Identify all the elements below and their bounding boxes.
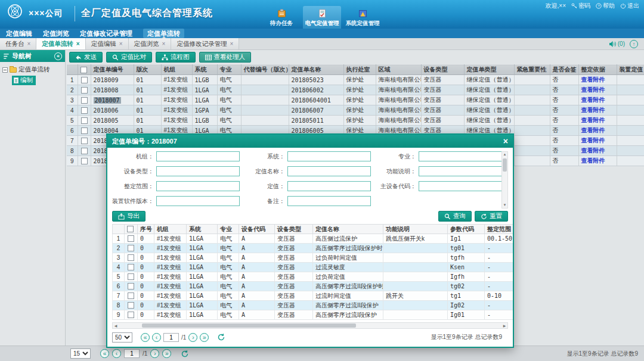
page-number-input[interactable] <box>163 333 179 342</box>
row-checkbox[interactable] <box>128 254 134 261</box>
attachment-link[interactable]: 查看附件 <box>581 117 605 123</box>
sidebar-collapse-icon[interactable]: « <box>54 52 62 60</box>
attachment-link[interactable]: 查看附件 <box>581 76 605 83</box>
column-header[interactable]: 是否会签 <box>550 65 578 75</box>
attachment-link[interactable]: 查看附件 <box>581 157 605 164</box>
column-header[interactable]: 定值单编号 <box>91 65 134 75</box>
table-row[interactable]: 5201800501#1发变组1LGB电气201805011保护处海南核电有限公… <box>67 116 644 126</box>
column-header[interactable]: 系统 <box>187 225 218 234</box>
table-row[interactable]: 4201800601#1发变组1GPA电气201806007保护处海南核电有限公… <box>67 105 644 116</box>
compare-button[interactable]: 定值比对 <box>106 52 152 63</box>
form-vertical-scrollbar[interactable]: ▲ ▼ <box>501 151 508 208</box>
select-all-checkbox[interactable] <box>127 226 134 232</box>
tab-close-icon[interactable]: × <box>76 41 80 47</box>
header-top-tab[interactable]: 待办任务 <box>262 6 301 29</box>
field-input[interactable] <box>156 166 240 176</box>
attachment-link[interactable]: 查看附件 <box>581 147 605 154</box>
table-row[interactable]: 60#1发变组1LGA电气A变压器高压侧零序过流II段保护时间tg02- <box>113 282 513 291</box>
tree-node-child[interactable]: 编制 <box>12 76 36 85</box>
page-tab[interactable]: 任务台× <box>0 38 36 49</box>
attachment-link[interactable]: 查看附件 <box>581 86 605 93</box>
row-checkbox[interactable] <box>81 77 88 83</box>
column-header[interactable]: 整定依据 <box>578 65 617 75</box>
first-page-button[interactable]: « <box>141 333 150 342</box>
row-checkbox[interactable] <box>81 138 88 144</box>
row-checkbox[interactable] <box>128 264 134 270</box>
page-number-input[interactable] <box>124 349 140 358</box>
column-header[interactable]: 定值名称 <box>313 225 383 234</box>
scrollbar-thumb[interactable] <box>503 158 507 172</box>
page-tab[interactable]: 定值单流转× <box>36 38 85 49</box>
menu-item[interactable]: 定值编辑 <box>6 29 32 38</box>
logout-link[interactable]: 退出 <box>620 2 639 10</box>
scrollbar-thumb[interactable] <box>142 323 357 328</box>
column-header[interactable]: 定值单名称 <box>289 65 343 75</box>
column-header[interactable]: 机组 <box>154 225 187 234</box>
scroll-top-icon[interactable]: ↑ <box>630 40 638 48</box>
dialog-horizontal-scrollbar[interactable]: ◀ ▶ <box>112 322 508 329</box>
next-page-button[interactable]: › <box>150 349 159 358</box>
column-header[interactable]: 系统 <box>192 65 217 75</box>
query-button[interactable]: 查询 <box>438 211 472 222</box>
scroll-down-icon[interactable]: ▼ <box>503 203 507 208</box>
column-header[interactable]: 专业 <box>217 65 241 75</box>
column-header[interactable]: 机组 <box>161 65 192 75</box>
last-page-button[interactable]: » <box>162 349 171 358</box>
field-input[interactable] <box>156 196 240 206</box>
last-page-button[interactable]: » <box>200 333 209 342</box>
tree-expander-icon[interactable] <box>2 67 8 73</box>
attachment-link[interactable]: 查看附件 <box>581 107 605 113</box>
table-row[interactable]: 10#1发变组1LGA电气A变压器高压侧过流保护跳低压侧开关kIg100.1-5… <box>113 234 513 244</box>
column-header[interactable]: 紧急重要性 <box>514 65 550 75</box>
row-checkbox[interactable] <box>128 273 134 280</box>
column-header[interactable]: 序号 <box>138 225 154 234</box>
tab-close-icon[interactable]: × <box>162 41 166 47</box>
column-header[interactable]: 版次 <box>134 65 161 75</box>
page-tab[interactable]: 定值修改记录管理× <box>171 38 239 49</box>
table-row[interactable]: 50#1发变组1LGA电气A变压器过负荷定值Igfh- <box>113 272 513 282</box>
refresh-icon[interactable] <box>217 333 225 341</box>
tab-close-icon[interactable]: × <box>119 41 123 47</box>
dialog-close-icon[interactable]: × <box>503 137 508 145</box>
first-page-button[interactable]: « <box>100 349 109 358</box>
tree-node-root[interactable]: 定值单流转 <box>2 65 63 74</box>
table-row[interactable]: 1201800901#1发变组1LGB电气201805023保护处海南核电有限公… <box>67 75 644 85</box>
field-input[interactable] <box>287 166 371 176</box>
row-checkbox[interactable] <box>81 117 88 124</box>
row-checkbox[interactable] <box>128 283 134 290</box>
column-header[interactable]: 区域 <box>376 65 421 75</box>
column-header[interactable]: 功能说明 <box>383 225 448 234</box>
help-link[interactable]: ? 帮助 <box>596 2 615 10</box>
column-header[interactable]: 参数代码 <box>448 225 485 234</box>
column-header[interactable]: 代替编号（版次） <box>241 65 289 75</box>
table-row[interactable]: 70#1发变组1LGA电气A变压器过流时间定值跳开关tg10-10 <box>113 291 513 301</box>
menu-item[interactable]: 定值修改记录管理 <box>80 29 132 38</box>
column-header[interactable]: 设备代码 <box>239 225 275 234</box>
row-checkbox[interactable] <box>128 312 134 318</box>
next-page-button[interactable]: › <box>188 333 197 342</box>
column-header[interactable]: 整定范围 <box>485 225 513 234</box>
header-top-tab[interactable]: 系统定值管理 <box>343 6 382 29</box>
row-checkbox[interactable] <box>128 302 134 309</box>
page-tab[interactable]: 定值编辑× <box>86 38 129 49</box>
column-header[interactable]: 专业 <box>218 225 239 234</box>
sound-toggle[interactable]: (0) <box>609 41 625 48</box>
scroll-up-icon[interactable]: ▲ <box>503 152 507 157</box>
reset-button[interactable]: 重置 <box>475 211 508 222</box>
page-size-select[interactable]: 15 <box>70 348 91 359</box>
column-header[interactable]: 执行处室 <box>343 65 376 75</box>
row-checkbox[interactable] <box>81 107 88 114</box>
field-input[interactable] <box>419 166 502 176</box>
row-checkbox[interactable] <box>81 87 88 94</box>
flowchart-button[interactable]: 流程图 <box>156 52 196 63</box>
menu-item[interactable]: 定值浏览 <box>43 29 69 38</box>
table-row[interactable]: 80#1发变组1LGA电气A变压器高压侧零序过流II段保护Ig02- <box>113 301 513 310</box>
view-handler-button[interactable]: 查看处理人 <box>199 52 252 63</box>
table-row[interactable]: 20#1发变组1LGA电气A变压器高压侧零序过流I段保护时间tg01- <box>113 244 513 253</box>
row-checkbox[interactable] <box>81 127 88 134</box>
export-button[interactable]: 导出 <box>112 211 145 222</box>
prev-page-button[interactable]: ‹ <box>152 333 161 342</box>
header-top-tab[interactable]: 电气定值管理 <box>303 6 341 29</box>
table-row[interactable]: 40#1发变组1LGA电气A变压器过流灵敏度Ksen- <box>113 263 513 272</box>
table-row[interactable]: 3201800701#1发变组1LGA电气20180604001保护处海南核电有… <box>67 95 644 105</box>
